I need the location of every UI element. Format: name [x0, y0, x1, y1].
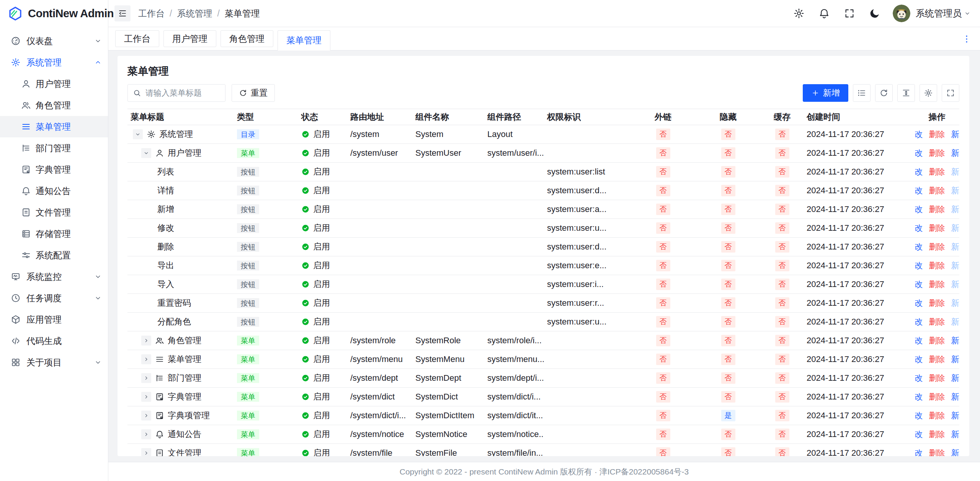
- tab-menu[interactable]: 菜单管理: [278, 30, 330, 51]
- edit-link[interactable]: 修改: [915, 129, 923, 140]
- sidebar-item-menu[interactable]: 菜单管理: [0, 116, 108, 137]
- expand-row-button[interactable]: [141, 411, 151, 421]
- tab-role[interactable]: 角色管理: [220, 30, 273, 47]
- gear-icon: [924, 88, 933, 98]
- collapse-row-button[interactable]: [141, 148, 151, 158]
- moon-icon[interactable]: [869, 8, 880, 19]
- expand-row-button[interactable]: [141, 336, 151, 346]
- edit-link[interactable]: 修改: [915, 410, 923, 421]
- expand-row-button[interactable]: [141, 429, 151, 439]
- delete-link[interactable]: 删除: [929, 410, 945, 421]
- delete-link[interactable]: 删除: [929, 204, 945, 215]
- sidebar-item-system[interactable]: 系统管理: [0, 52, 108, 73]
- delete-link[interactable]: 删除: [929, 316, 945, 327]
- sidebar-item-about[interactable]: 关于项目: [0, 352, 108, 373]
- edit-link[interactable]: 修改: [915, 448, 923, 456]
- sidebar-item-app[interactable]: 应用管理: [0, 309, 108, 330]
- delete-link[interactable]: 删除: [929, 354, 945, 365]
- sidebar-item-dashboard[interactable]: 仪表盘: [0, 30, 108, 52]
- breadcrumb-item[interactable]: 工作台: [138, 8, 165, 20]
- edit-link[interactable]: 修改: [915, 391, 923, 402]
- status-text: 启用: [313, 147, 330, 159]
- expand-row-button[interactable]: [141, 392, 151, 402]
- delete-link[interactable]: 删除: [929, 241, 945, 252]
- edit-link[interactable]: 修改: [915, 373, 923, 383]
- add-child-link[interactable]: 新增: [951, 129, 960, 140]
- collapse-row-button[interactable]: [133, 129, 143, 139]
- delete-link[interactable]: 删除: [929, 166, 945, 177]
- edit-link[interactable]: 修改: [915, 335, 923, 346]
- expand-row-button[interactable]: [141, 448, 151, 456]
- delete-link[interactable]: 删除: [929, 148, 945, 158]
- delete-link[interactable]: 删除: [929, 391, 945, 402]
- edit-link[interactable]: 修改: [915, 166, 923, 177]
- sidebar-item-config[interactable]: 系统配置: [0, 245, 108, 266]
- sidebar-item-notice[interactable]: 通知公告: [0, 180, 108, 202]
- sidebar-item-monitor[interactable]: 系统监控: [0, 266, 108, 287]
- delete-link[interactable]: 删除: [929, 185, 945, 196]
- delete-link[interactable]: 删除: [929, 260, 945, 271]
- edit-link[interactable]: 修改: [915, 185, 923, 196]
- chevron-right-icon: [143, 338, 149, 344]
- delete-link[interactable]: 删除: [929, 223, 945, 233]
- add-child-link[interactable]: 新增: [951, 373, 960, 383]
- settings-gear-icon[interactable]: [793, 8, 805, 19]
- tab-user[interactable]: 用户管理: [163, 30, 216, 47]
- delete-link[interactable]: 删除: [929, 373, 945, 383]
- delete-link[interactable]: 删除: [929, 298, 945, 308]
- sidebar-item-dict[interactable]: 字典管理: [0, 159, 108, 180]
- row-height-button[interactable]: [897, 84, 915, 102]
- edit-link[interactable]: 修改: [915, 354, 923, 365]
- more-vertical-icon[interactable]: [962, 34, 972, 44]
- sidebar-item-role[interactable]: 角色管理: [0, 95, 108, 116]
- column-settings-button[interactable]: [920, 84, 937, 102]
- bell-icon[interactable]: [818, 8, 830, 19]
- add-child-link[interactable]: 新增: [951, 448, 960, 456]
- reset-button[interactable]: 重置: [232, 84, 275, 102]
- sidebar-item-dept[interactable]: 部门管理: [0, 137, 108, 159]
- add-button[interactable]: 新增: [803, 84, 848, 102]
- user-avatar[interactable]: [893, 5, 910, 22]
- tab-workplace[interactable]: 工作台: [115, 30, 159, 47]
- breadcrumb-item[interactable]: 系统管理: [177, 8, 212, 20]
- sidebar-item-schedule[interactable]: 任务调度: [0, 287, 108, 309]
- cell-status: 启用: [298, 410, 347, 421]
- user-name[interactable]: 系统管理员: [916, 7, 962, 20]
- expand-row-button[interactable]: [141, 354, 151, 364]
- fullscreen-icon[interactable]: [844, 8, 855, 19]
- edit-link[interactable]: 修改: [915, 260, 923, 271]
- add-child-link[interactable]: 新增: [951, 410, 960, 421]
- add-child-link[interactable]: 新增: [951, 354, 960, 365]
- cache-badge: 否: [775, 391, 789, 403]
- sidebar-item-label: 字典管理: [36, 164, 102, 176]
- refresh-table-button[interactable]: [875, 84, 893, 102]
- delete-link[interactable]: 删除: [929, 448, 945, 456]
- table-fullscreen-button[interactable]: [942, 84, 959, 102]
- sidebar-item-file[interactable]: 文件管理: [0, 202, 108, 223]
- cell-component: SystemRole: [412, 336, 484, 346]
- search-input[interactable]: [145, 88, 220, 98]
- sidebar-item-storage[interactable]: 存储管理: [0, 223, 108, 245]
- sidebar-collapse-button[interactable]: [114, 5, 131, 21]
- app-logo[interactable]: ContiNew Admin: [0, 0, 108, 27]
- edit-link[interactable]: 修改: [915, 316, 923, 327]
- delete-link[interactable]: 删除: [929, 279, 945, 290]
- expand-row-button[interactable]: [141, 373, 151, 383]
- edit-link[interactable]: 修改: [915, 279, 923, 290]
- delete-link[interactable]: 删除: [929, 335, 945, 346]
- edit-link[interactable]: 修改: [915, 429, 923, 440]
- add-child-link[interactable]: 新增: [951, 391, 960, 402]
- sidebar-item-user[interactable]: 用户管理: [0, 73, 108, 95]
- edit-link[interactable]: 修改: [915, 223, 923, 233]
- edit-link[interactable]: 修改: [915, 241, 923, 252]
- delete-link[interactable]: 删除: [929, 429, 945, 440]
- edit-link[interactable]: 修改: [915, 204, 923, 215]
- add-child-link[interactable]: 新增: [951, 429, 960, 440]
- delete-link[interactable]: 删除: [929, 129, 945, 140]
- add-child-link[interactable]: 新增: [951, 335, 960, 346]
- list-view-button[interactable]: [853, 84, 871, 102]
- edit-link[interactable]: 修改: [915, 148, 923, 158]
- sidebar-item-codegen[interactable]: 代码生成: [0, 330, 108, 352]
- add-child-link[interactable]: 新增: [951, 148, 960, 158]
- edit-link[interactable]: 修改: [915, 298, 923, 308]
